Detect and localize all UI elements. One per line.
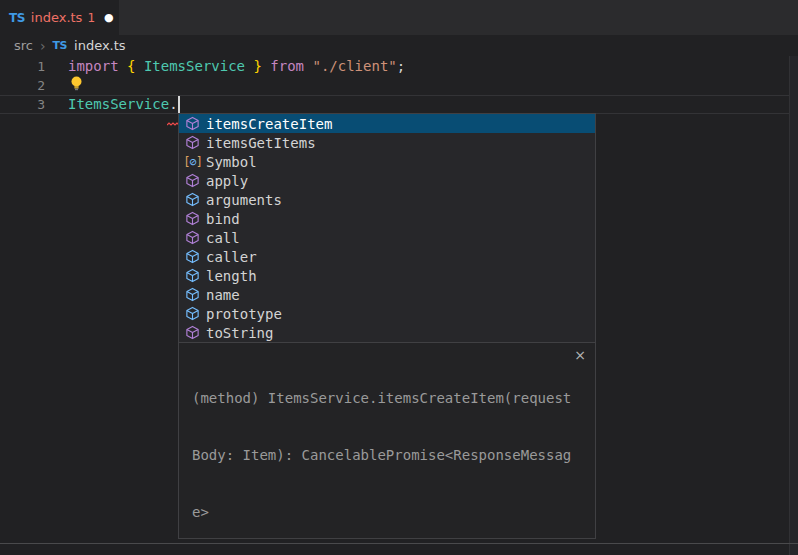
code-content[interactable] [45,76,798,95]
suggest-widget: itemsCreateItemitemsGetItems[⊘]Symbolapp… [178,113,596,539]
symbol-method-icon [184,135,201,151]
suggestion-item-call[interactable]: call [179,228,595,247]
symbol-field-icon [184,268,201,284]
code-editor[interactable]: 1import { ItemsService } from "./client"… [0,57,798,114]
close-icon[interactable]: × [574,348,586,362]
suggestion-label: Symbol [206,154,257,170]
suggestion-item-itemsGetItems[interactable]: itemsGetItems [179,133,595,152]
suggestion-item-itemsCreateItem[interactable]: itemsCreateItem [179,114,595,133]
code-line-1[interactable]: 1import { ItemsService } from "./client"… [0,57,798,76]
suggestion-item-apply[interactable]: apply [179,171,595,190]
code-token: from [262,58,313,74]
method-signature: (method) ItemsService.itemsCreateItem(re… [192,351,582,538]
line-number: 1 [0,57,45,76]
tab-error-count-badge: 1 [87,11,95,25]
code-line-3[interactable]: 3ItemsService. [0,95,798,114]
symbol-method-icon [184,173,201,189]
lightbulb-icon[interactable] [69,75,84,98]
code-token: import [68,58,127,74]
signature-line: (method) ItemsService.itemsCreateItem(re… [192,389,582,408]
suggestion-item-toString[interactable]: toString [179,323,595,342]
suggestion-item-bind[interactable]: bind [179,209,595,228]
code-token: } [245,58,262,74]
signature-line: Body: Item): CancelablePromise<ResponseM… [192,446,582,465]
signature-line: e> [192,503,582,522]
code-token: ItemsService [68,96,169,112]
code-token: . [169,96,177,112]
suggestion-label: name [206,287,240,303]
code-token: "./client" [312,58,396,74]
typescript-file-icon: TS [9,11,25,25]
symbol-method-icon [184,230,201,246]
line-number: 2 [0,76,45,95]
tab-index-ts[interactable]: TS index.ts 1 ● [0,0,119,35]
suggestion-label: length [206,268,257,284]
code-token: ; [397,58,405,74]
suggestion-label: bind [206,211,240,227]
dirty-dot-icon[interactable]: ● [104,11,114,24]
suggestion-item-prototype[interactable]: prototype [179,304,595,323]
symbol-field-icon [184,249,201,265]
tab-bar: TS index.ts 1 ● [0,0,798,35]
code-content[interactable]: ItemsService. [45,95,798,114]
symbol-method-icon [184,211,201,227]
suggestion-list: itemsCreateItemitemsGetItems[⊘]Symbolapp… [179,114,595,342]
suggestion-label: toString [206,325,273,341]
panel-divider [0,543,798,544]
breadcrumb-item-file[interactable]: index.ts [74,38,126,53]
suggestion-item-caller[interactable]: caller [179,247,595,266]
suggestion-label: itemsGetItems [206,135,316,151]
text-cursor [178,96,180,113]
suggestion-label: caller [206,249,257,265]
suggestion-label: apply [206,173,248,189]
suggestion-label: call [206,230,240,246]
suggestion-label: prototype [206,306,282,322]
symbol-field-icon [184,192,201,208]
breadcrumb: src › TS index.ts [0,35,798,56]
suggestion-docs-panel: × (method) ItemsService.itemsCreateItem(… [179,342,595,538]
breadcrumb-item-src[interactable]: src [14,38,33,53]
suggestion-item-length[interactable]: length [179,266,595,285]
typescript-file-icon: TS [53,39,67,52]
editor-scrollbar-gutter[interactable] [789,56,798,555]
tab-filename: index.ts [31,10,83,25]
suggestion-label: arguments [206,192,282,208]
suggestion-item-name[interactable]: name [179,285,595,304]
symbol-field-icon [184,306,201,322]
symbol-variable-icon: [⊘] [184,154,201,170]
symbol-method-icon [184,116,201,132]
line-number: 3 [0,95,45,114]
symbol-method-icon [184,325,201,341]
code-content[interactable]: import { ItemsService } from "./client"; [45,57,798,76]
code-line-2[interactable]: 2 [0,76,798,95]
code-token: ItemsService [144,58,245,74]
suggestion-item-arguments[interactable]: arguments [179,190,595,209]
suggestion-label: itemsCreateItem [206,116,332,132]
chevron-right-icon: › [40,39,46,53]
symbol-field-icon [184,287,201,303]
suggestion-item-Symbol[interactable]: [⊘]Symbol [179,152,595,171]
code-token: { [127,58,144,74]
